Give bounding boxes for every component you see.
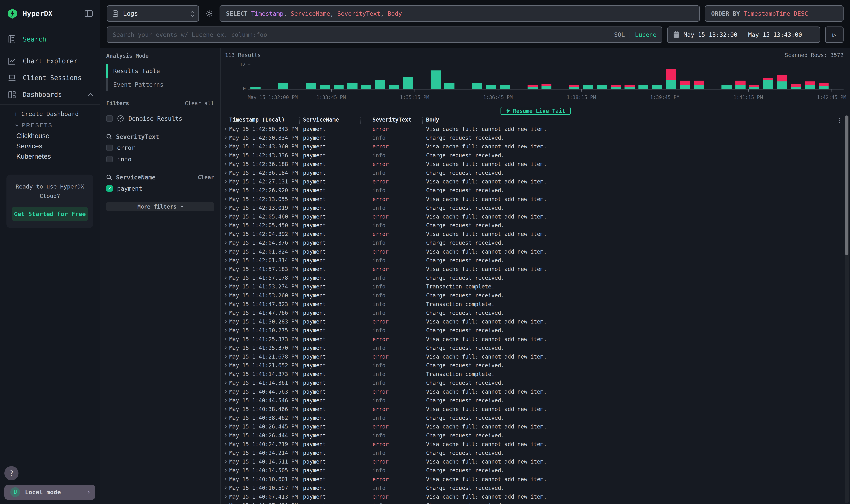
table-row[interactable]: May 15 1:40:26.445 PMpaymenterrorVisa ca…: [221, 422, 842, 431]
column-header-servicename[interactable]: ServiceName: [303, 116, 339, 123]
row-expand-chevron-icon[interactable]: [221, 137, 229, 139]
row-expand-chevron-icon[interactable]: [221, 286, 229, 288]
row-expand-chevron-icon[interactable]: [221, 206, 229, 209]
facet-option-error[interactable]: error: [106, 142, 214, 154]
table-scrollbar[interactable]: [845, 115, 849, 503]
table-row[interactable]: May 15 1:41:14.373 PMpaymentinfoTransact…: [221, 370, 842, 378]
table-row[interactable]: May 15 1:41:47.823 PMpaymentinfoTransact…: [221, 300, 842, 308]
denoise-results-checkbox-row[interactable]: Denoise Results: [106, 113, 214, 124]
table-row[interactable]: May 15 1:40:24.219 PMpaymenterrorVisa ca…: [221, 440, 842, 449]
collapse-sidebar-icon[interactable]: [85, 10, 93, 17]
row-expand-chevron-icon[interactable]: [221, 321, 229, 323]
table-row[interactable]: May 15 1:42:05.450 PMpaymentinfoCharge r…: [221, 221, 842, 230]
row-expand-chevron-icon[interactable]: [221, 461, 229, 463]
row-expand-chevron-icon[interactable]: [221, 329, 229, 331]
row-expand-chevron-icon[interactable]: [221, 382, 229, 384]
table-row[interactable]: May 15 1:42:36.188 PMpaymenterrorVisa ca…: [221, 160, 842, 168]
checkbox-unchecked[interactable]: [106, 145, 113, 151]
row-expand-chevron-icon[interactable]: [221, 242, 229, 244]
column-separator[interactable]: [422, 117, 423, 124]
row-expand-chevron-icon[interactable]: [221, 268, 229, 270]
table-options-kebab-icon[interactable]: ⋮: [836, 116, 842, 124]
table-row[interactable]: May 15 1:41:25.370 PMpaymentinfoCharge r…: [221, 344, 842, 352]
table-row[interactable]: May 15 1:42:50.834 PMpaymentinfoCharge r…: [221, 133, 842, 142]
row-expand-chevron-icon[interactable]: [221, 338, 229, 340]
sidebar-item-client-sessions[interactable]: Client Sessions: [0, 69, 100, 86]
table-row[interactable]: May 15 1:41:21.652 PMpaymentinfoCharge r…: [221, 361, 842, 370]
row-expand-chevron-icon[interactable]: [221, 303, 229, 305]
table-row[interactable]: May 15 1:42:01.814 PMpaymentinfoCharge r…: [221, 256, 842, 265]
sidebar-item-search[interactable]: Search: [0, 31, 100, 48]
table-row[interactable]: May 15 1:41:53.274 PMpaymentinfoTransact…: [221, 282, 842, 291]
row-expand-chevron-icon[interactable]: [221, 312, 229, 314]
row-expand-chevron-icon[interactable]: [221, 443, 229, 445]
checkbox-unchecked[interactable]: [106, 115, 113, 122]
table-row[interactable]: May 15 1:42:43.336 PMpaymentinfoCharge r…: [221, 151, 842, 160]
table-row[interactable]: May 15 1:42:01.824 PMpaymenterrorVisa ca…: [221, 247, 842, 256]
row-expand-chevron-icon[interactable]: [221, 487, 229, 489]
facet-option-info[interactable]: info: [106, 154, 214, 165]
mode-event-patterns[interactable]: Event Patterns: [106, 78, 214, 91]
column-separator[interactable]: [299, 117, 300, 124]
row-expand-chevron-icon[interactable]: [221, 373, 229, 375]
table-row[interactable]: May 15 1:41:30.275 PMpaymentinfoCharge r…: [221, 326, 842, 335]
row-expand-chevron-icon[interactable]: [221, 452, 229, 454]
table-row[interactable]: May 15 1:41:21.678 PMpaymenterrorVisa ca…: [221, 352, 842, 361]
clear-all-link[interactable]: Clear all: [185, 100, 214, 106]
row-expand-chevron-icon[interactable]: [221, 364, 229, 366]
row-expand-chevron-icon[interactable]: [221, 128, 229, 130]
table-row[interactable]: May 15 1:42:04.376 PMpaymentinfoCharge r…: [221, 238, 842, 247]
row-expand-chevron-icon[interactable]: [221, 250, 229, 253]
column-separator[interactable]: [360, 117, 361, 124]
resume-live-tail-button[interactable]: Resume Live Tail: [501, 107, 571, 115]
table-row[interactable]: May 15 1:40:44.563 PMpaymenterrorVisa ca…: [221, 387, 842, 396]
create-dashboard-button[interactable]: + Create Dashboard: [0, 107, 100, 120]
table-row[interactable]: May 15 1:42:43.360 PMpaymenterrorVisa ca…: [221, 142, 842, 151]
select-clause-input[interactable]: SELECT Timestamp, ServiceName, SeverityT…: [220, 5, 700, 22]
table-row[interactable]: May 15 1:40:14.505 PMpaymentinfoCharge r…: [221, 466, 842, 475]
table-row[interactable]: May 15 1:40:38.466 PMpaymenterrorVisa ca…: [221, 405, 842, 413]
source-settings-button[interactable]: [204, 10, 215, 17]
row-expand-chevron-icon[interactable]: [221, 189, 229, 191]
row-expand-chevron-icon[interactable]: [221, 216, 229, 218]
row-expand-chevron-icon[interactable]: [221, 434, 229, 436]
row-expand-chevron-icon[interactable]: [221, 163, 229, 165]
table-row[interactable]: May 15 1:41:30.283 PMpaymenterrorVisa ca…: [221, 317, 842, 326]
row-expand-chevron-icon[interactable]: [221, 172, 229, 174]
table-row[interactable]: May 15 1:42:50.843 PMpaymenterrorVisa ca…: [221, 125, 842, 133]
row-expand-chevron-icon[interactable]: [221, 496, 229, 498]
table-row[interactable]: May 15 1:41:53.260 PMpaymentinfoCharge r…: [221, 291, 842, 300]
mode-results-table[interactable]: Results Table: [106, 64, 214, 78]
table-row[interactable]: May 15 1:40:07.413 PMpaymenterrorVisa ca…: [221, 492, 842, 501]
table-row[interactable]: May 15 1:42:26.920 PMpaymentinfoCharge r…: [221, 186, 842, 195]
time-range-picker[interactable]: May 15 13:32:00 - May 15 13:43:00: [667, 26, 820, 43]
table-row[interactable]: May 15 1:42:27.131 PMpaymenterrorVisa ca…: [221, 177, 842, 186]
row-expand-chevron-icon[interactable]: [221, 259, 229, 262]
facet-clear-link[interactable]: Clear: [198, 174, 214, 180]
facet-option-payment[interactable]: ✓ payment: [106, 183, 214, 194]
row-expand-chevron-icon[interactable]: [221, 478, 229, 480]
table-row[interactable]: May 15 1:40:10.597 PMpaymentinfoCharge r…: [221, 484, 842, 492]
row-expand-chevron-icon[interactable]: [221, 356, 229, 358]
more-filters-button[interactable]: More filters: [106, 202, 214, 211]
table-row[interactable]: May 15 1:40:10.601 PMpaymenterrorVisa ca…: [221, 475, 842, 483]
scrollbar-thumb[interactable]: [845, 115, 848, 255]
language-toggle-sql[interactable]: SQL: [614, 31, 625, 38]
table-row[interactable]: May 15 1:42:36.184 PMpaymentinfoCharge r…: [221, 168, 842, 177]
table-row[interactable]: May 15 1:42:05.460 PMpaymenterrorVisa ca…: [221, 212, 842, 221]
table-row[interactable]: May 15 1:40:07.410 PMpaymentinfoCharge r…: [221, 501, 842, 504]
row-expand-chevron-icon[interactable]: [221, 233, 229, 235]
user-menu[interactable]: U Local mode: [4, 485, 95, 500]
preset-kubernetes[interactable]: Kubernetes: [0, 151, 100, 161]
row-expand-chevron-icon[interactable]: [221, 198, 229, 200]
table-row[interactable]: May 15 1:42:13.055 PMpaymenterrorVisa ca…: [221, 195, 842, 203]
run-query-button[interactable]: ▷: [825, 26, 844, 43]
table-row[interactable]: May 15 1:41:25.373 PMpaymenterrorVisa ca…: [221, 335, 842, 343]
checkbox-unchecked[interactable]: [106, 156, 113, 162]
row-expand-chevron-icon[interactable]: [221, 180, 229, 183]
preset-clickhouse[interactable]: Clickhouse: [0, 131, 100, 141]
help-button[interactable]: ?: [4, 466, 18, 480]
column-header-timestamp[interactable]: Timestamp (Local): [229, 116, 285, 123]
sidebar-item-chart-explorer[interactable]: Chart Explorer: [0, 53, 100, 69]
table-row[interactable]: May 15 1:41:14.361 PMpaymentinfoCharge r…: [221, 378, 842, 387]
